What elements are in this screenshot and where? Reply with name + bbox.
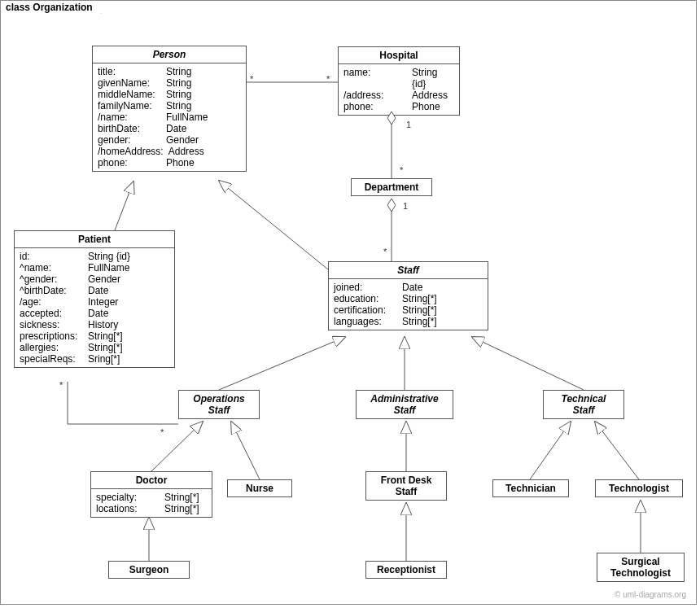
class-surgeon-name: Surgeon bbox=[109, 562, 189, 578]
attribute-type: Gender bbox=[83, 273, 169, 285]
attribute-row: ^birthDate:Date bbox=[20, 285, 169, 296]
attribute-key: gender: bbox=[98, 134, 161, 146]
class-front-desk-staff: Front Desk Staff bbox=[365, 471, 447, 501]
attribute-key: /name: bbox=[98, 112, 161, 123]
attribute-type: Address bbox=[407, 90, 454, 101]
attribute-type: History bbox=[83, 319, 169, 330]
attribute-row: allergies:String[*] bbox=[20, 342, 169, 353]
class-surgeon: Surgeon bbox=[108, 561, 190, 579]
class-nurse: Nurse bbox=[227, 479, 292, 497]
attribute-key: /address: bbox=[343, 90, 407, 101]
class-hospital-name: Hospital bbox=[339, 47, 459, 64]
multiplicity-label: * bbox=[160, 427, 164, 437]
class-patient-attrs: id:String {id}^name:FullName^gender:Gend… bbox=[15, 248, 174, 367]
class-patient: Patient id:String {id}^name:FullName^gen… bbox=[14, 230, 175, 368]
class-technical-staff: Technical Staff bbox=[543, 390, 624, 419]
attribute-row: ^name:FullName bbox=[20, 262, 169, 273]
attribute-type: String bbox=[161, 77, 241, 89]
class-person: Person title:StringgivenName:Stringmiddl… bbox=[92, 46, 247, 172]
class-surgical-technologist-name: Surgical Technologist bbox=[597, 553, 684, 581]
svg-line-12 bbox=[595, 422, 639, 479]
class-person-name: Person bbox=[93, 46, 246, 63]
class-technician: Technician bbox=[492, 479, 569, 497]
attribute-key: specialty: bbox=[96, 492, 160, 503]
attribute-key: middleName: bbox=[98, 89, 161, 100]
multiplicity-label: * bbox=[326, 74, 330, 84]
attribute-row: joined:Date bbox=[334, 282, 483, 293]
class-nurse-name: Nurse bbox=[228, 480, 291, 496]
svg-line-3 bbox=[115, 182, 133, 230]
attribute-row: givenName:String bbox=[98, 77, 241, 89]
svg-line-8 bbox=[151, 422, 203, 471]
attribute-type: Phone bbox=[407, 101, 454, 112]
attribute-key: joined: bbox=[334, 282, 397, 293]
class-patient-name: Patient bbox=[15, 231, 174, 248]
class-hospital-attrs: name:String {id}/address:Addressphone:Ph… bbox=[339, 64, 459, 115]
attribute-type: String[*] bbox=[397, 316, 483, 327]
class-administrative-staff-name: Administrative Staff bbox=[357, 391, 453, 418]
attribute-type: Date bbox=[83, 308, 169, 319]
attribute-type: FullName bbox=[161, 112, 241, 123]
svg-line-4 bbox=[219, 181, 328, 269]
attribute-row: title:String bbox=[98, 66, 241, 77]
attribute-row: prescriptions:String[*] bbox=[20, 330, 169, 342]
class-front-desk-staff-name: Front Desk Staff bbox=[366, 472, 446, 500]
attribute-key: specialReqs: bbox=[20, 353, 83, 365]
attribute-type: Address bbox=[164, 146, 241, 157]
attribute-row: /age:Integer bbox=[20, 296, 169, 308]
attribute-type: Phone bbox=[161, 157, 241, 168]
class-person-attrs: title:StringgivenName:StringmiddleName:S… bbox=[93, 63, 246, 171]
class-department: Department bbox=[351, 178, 432, 196]
attribute-row: middleName:String bbox=[98, 89, 241, 100]
svg-line-5 bbox=[219, 337, 345, 390]
attribute-key: languages: bbox=[334, 316, 397, 327]
class-staff-name: Staff bbox=[329, 262, 488, 279]
class-diagram-frame: class Organization Person title:Stringgi… bbox=[0, 0, 697, 605]
attribute-type: String {id} bbox=[407, 67, 454, 90]
attribute-row: phone:Phone bbox=[98, 157, 241, 168]
watermark: © uml-diagrams.org bbox=[615, 590, 686, 599]
attribute-row: certification:String[*] bbox=[334, 304, 483, 316]
attribute-row: gender:Gender bbox=[98, 134, 241, 146]
attribute-type: String[*] bbox=[83, 330, 169, 342]
attribute-key: id: bbox=[20, 251, 83, 262]
attribute-row: familyName:String bbox=[98, 100, 241, 112]
class-doctor-name: Doctor bbox=[91, 472, 212, 489]
attribute-key: /homeAddress: bbox=[98, 146, 164, 157]
attribute-type: Date bbox=[83, 285, 169, 296]
attribute-type: String[*] bbox=[397, 293, 483, 304]
class-technical-staff-name: Technical Staff bbox=[544, 391, 623, 418]
class-department-name: Department bbox=[352, 179, 431, 195]
attribute-row: locations:String[*] bbox=[96, 503, 207, 514]
class-staff-attrs: joined:Dateeducation:String[*]certificat… bbox=[329, 279, 488, 330]
attribute-row: /name:FullName bbox=[98, 112, 241, 123]
attribute-key: education: bbox=[334, 293, 397, 304]
class-administrative-staff: Administrative Staff bbox=[356, 390, 453, 419]
attribute-type: String bbox=[161, 89, 241, 100]
class-doctor-attrs: specialty:String[*]locations:String[*] bbox=[91, 489, 212, 517]
attribute-row: languages:String[*] bbox=[334, 316, 483, 327]
multiplicity-label: 1 bbox=[406, 120, 411, 129]
multiplicity-label: * bbox=[250, 74, 253, 84]
multiplicity-label: 1 bbox=[403, 201, 408, 211]
class-operations-staff: Operations Staff bbox=[178, 390, 260, 419]
class-hospital: Hospital name:String {id}/address:Addres… bbox=[338, 46, 460, 116]
attribute-type: FullName bbox=[83, 262, 169, 273]
attribute-row: birthDate:Date bbox=[98, 123, 241, 134]
attribute-type: String[*] bbox=[83, 342, 169, 353]
svg-line-11 bbox=[530, 422, 571, 479]
class-technologist-name: Technologist bbox=[596, 480, 682, 496]
attribute-key: name: bbox=[343, 67, 407, 90]
attribute-row: id:String {id} bbox=[20, 251, 169, 262]
class-operations-staff-name: Operations Staff bbox=[179, 391, 259, 418]
multiplicity-label: * bbox=[383, 247, 387, 256]
attribute-type: Sring[*] bbox=[83, 353, 169, 365]
attribute-key: familyName: bbox=[98, 100, 161, 112]
attribute-type: String[*] bbox=[397, 304, 483, 316]
multiplicity-label: * bbox=[400, 165, 403, 175]
attribute-row: sickness:History bbox=[20, 319, 169, 330]
attribute-key: ^name: bbox=[20, 262, 83, 273]
attribute-type: String bbox=[161, 66, 241, 77]
attribute-key: birthDate: bbox=[98, 123, 161, 134]
multiplicity-label: * bbox=[59, 380, 63, 390]
